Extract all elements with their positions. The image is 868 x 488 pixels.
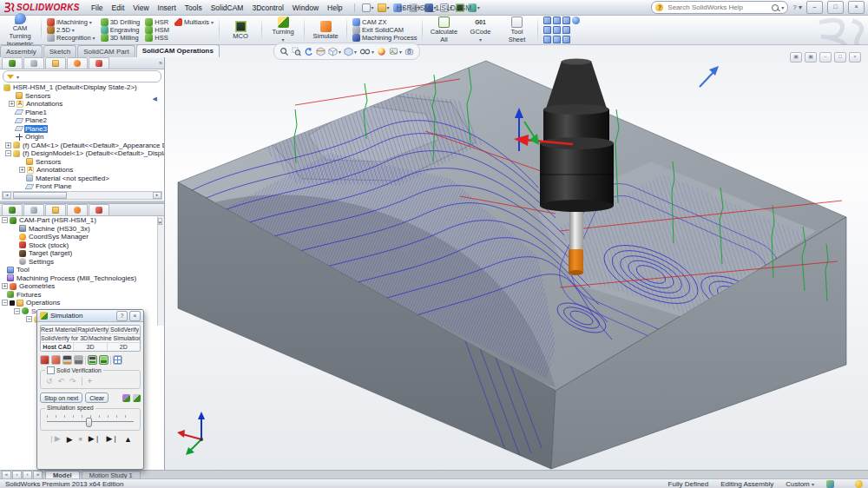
tab-2d[interactable]: 2D: [108, 343, 140, 351]
save-button[interactable]: ▾: [393, 3, 405, 12]
slider-thumb[interactable]: [86, 418, 92, 427]
menu-tools[interactable]: Tools: [181, 3, 207, 12]
undo-button[interactable]: ▾: [424, 3, 437, 12]
tab-assembly[interactable]: Assembly: [0, 45, 43, 57]
rebuild-button[interactable]: [456, 3, 464, 12]
scroll-left-button[interactable]: ◂: [3, 192, 11, 199]
cam-turning-isometric-button[interactable]: CAM Turning Isometric: [2, 16, 38, 43]
tree-item-plane2[interactable]: Plane2: [0, 116, 164, 125]
tree-item-front-plane[interactable]: Front Plane: [0, 182, 164, 191]
window-tile-icon[interactable]: [543, 16, 551, 24]
turning-button[interactable]: Turning ▾: [265, 16, 301, 43]
scroll-right-button[interactable]: ▸: [153, 192, 161, 199]
tree-item-coordsys[interactable]: CoordSys Manager: [0, 233, 164, 241]
3d-milling-button[interactable]: 3D Milling: [99, 34, 142, 42]
tree-item-fixtures[interactable]: Fixtures: [0, 291, 164, 300]
tab-scroll-prev-button[interactable]: ‹: [12, 471, 22, 479]
window-tile-icon[interactable]: [543, 26, 551, 34]
tree-item-sensors[interactable]: Sensors: [0, 92, 164, 101]
select-button[interactable]: ▾: [440, 3, 452, 12]
collapse-icon[interactable]: −: [2, 217, 8, 223]
tree-item-machine[interactable]: Machine (HS30_3x): [0, 225, 164, 234]
sim-play-from-start-button[interactable]: ❘▶: [49, 434, 61, 444]
section-view-button[interactable]: [316, 47, 326, 56]
view-settings-button[interactable]: [404, 47, 414, 56]
more-tabs-button[interactable]: »: [159, 60, 162, 66]
tree-filter-box[interactable]: ▾: [3, 70, 161, 82]
sim-stop-button[interactable]: ■: [79, 435, 82, 444]
calculate-all-button[interactable]: Calculate All: [425, 16, 462, 43]
collapse-icon[interactable]: −: [5, 150, 11, 156]
expand-icon[interactable]: +: [5, 142, 11, 148]
window-split-icon[interactable]: [562, 36, 570, 43]
window-cascade-icon[interactable]: [553, 16, 561, 24]
menu-window[interactable]: Window: [288, 3, 323, 12]
menu-help[interactable]: Help: [323, 3, 346, 12]
quick-tips-icon[interactable]: [855, 480, 863, 488]
machining-process-button[interactable]: Machining Process: [351, 34, 418, 42]
window-cascade-icon[interactable]: [553, 36, 561, 43]
gcode-button[interactable]: G01 GCode ▾: [462, 16, 498, 43]
menu-file[interactable]: File: [87, 3, 108, 12]
tree-item-target[interactable]: Target (target): [0, 249, 164, 258]
featuremanager-tree-tab[interactable]: [2, 204, 23, 215]
simulation-dialog-titlebar[interactable]: Simulation ? ×: [37, 310, 143, 322]
graphics-viewport[interactable]: ▣ ▣ – □ ×: [165, 45, 868, 470]
doc-minimize-button[interactable]: –: [819, 52, 832, 63]
tree-item-annotations-sub[interactable]: + Annotations: [0, 166, 164, 175]
panel-collapse-arrow[interactable]: ◀: [153, 96, 157, 102]
tree-item-cam-component[interactable]: + (f) CAM<1> (Default<<Default>_Appearan…: [0, 142, 164, 150]
measure-icon[interactable]: [133, 394, 141, 402]
simulate-button[interactable]: Simulate: [307, 16, 344, 43]
expand-icon[interactable]: +: [2, 283, 8, 289]
hss-button[interactable]: HSS: [143, 34, 171, 42]
configuration-manager-tab[interactable]: [45, 204, 66, 215]
tree-item-assembly-root[interactable]: HSR-HSM_1 (Default<Display State-2>): [0, 83, 164, 92]
tree-item-designmodel-component[interactable]: − (f) DesignModel<1> (Default<<Default>_…: [0, 149, 164, 158]
collapse-icon[interactable]: −: [14, 308, 20, 314]
tree-item-stock[interactable]: Stock (stock): [0, 241, 164, 250]
close-button[interactable]: ×: [848, 1, 865, 14]
exit-solidcam-button[interactable]: Exit SolidCAM: [351, 26, 418, 34]
hide-show-items-button[interactable]: ▾: [359, 47, 374, 56]
tree-item-settings[interactable]: Settings: [0, 258, 164, 267]
display-manager-tab[interactable]: [67, 57, 88, 69]
options-button[interactable]: ▾: [468, 3, 480, 12]
display-manager-tab[interactable]: [67, 204, 88, 215]
imachining-button[interactable]: iMachining▾: [45, 18, 97, 26]
show-toolpath-toggle-on[interactable]: [99, 355, 108, 365]
dialog-help-button[interactable]: ?: [116, 311, 128, 321]
model-tab[interactable]: Model: [45, 471, 80, 479]
edit-appearance-button[interactable]: [377, 47, 386, 56]
sim-eject-button[interactable]: ▲: [124, 435, 132, 444]
menu-view[interactable]: View: [128, 3, 153, 12]
menu-insert[interactable]: Insert: [154, 3, 181, 12]
tree-item-plane3-selected[interactable]: Plane3: [0, 125, 164, 134]
hsm-button[interactable]: HSM: [143, 26, 171, 34]
compare-icon[interactable]: [122, 394, 130, 402]
window-cascade-icon[interactable]: [553, 26, 561, 34]
menu-3dcontrol[interactable]: 3Dcontrol: [247, 3, 287, 12]
menu-solidcam[interactable]: SolidCAM: [207, 3, 248, 12]
expand-icon[interactable]: +: [9, 101, 15, 107]
tab-sketch[interactable]: Sketch: [43, 45, 76, 57]
apply-scene-button[interactable]: ▾: [389, 47, 402, 56]
step-forward-icon[interactable]: ↷: [69, 377, 76, 386]
tool-sheet-button[interactable]: Tool Sheet: [498, 16, 535, 43]
tab-machine-simulation[interactable]: Machine Simulation: [89, 334, 141, 342]
new-document-button[interactable]: ▾: [362, 3, 374, 12]
multiaxis-button[interactable]: Multiaxis▾: [173, 18, 215, 26]
show-target-button[interactable]: [51, 355, 61, 365]
solidcam-manager-tab[interactable]: [89, 57, 109, 69]
doc-close-button[interactable]: ×: [849, 52, 861, 63]
window-split-icon[interactable]: [562, 26, 570, 34]
property-manager-tab[interactable]: [23, 204, 44, 215]
show-holder-toggle-on[interactable]: [88, 355, 97, 365]
recognition-button[interactable]: Recognition▾: [45, 34, 97, 42]
data-table-button[interactable]: [113, 355, 122, 365]
zoom-fit-button[interactable]: [279, 47, 289, 56]
tab-scroll-first-button[interactable]: «: [2, 471, 11, 479]
tree-item-plane1[interactable]: Plane1: [0, 109, 164, 117]
collapse-icon[interactable]: −: [26, 316, 32, 322]
tab-solidcam-part[interactable]: SolidCAM Part: [77, 45, 135, 57]
